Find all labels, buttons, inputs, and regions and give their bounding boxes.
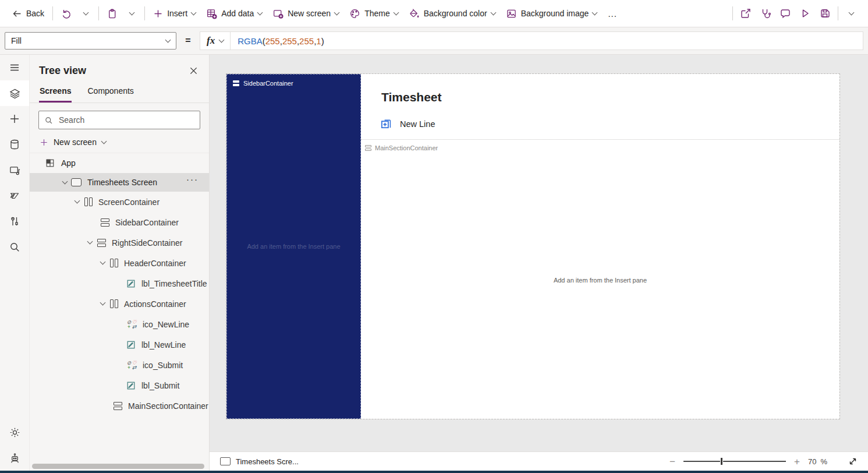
app-canvas[interactable]: SidebarContainer Add an item from the In… [226, 74, 839, 419]
timesheet-title-label[interactable]: Timesheet [381, 90, 442, 104]
app-checker-button[interactable] [756, 3, 775, 23]
status-screen-selector[interactable]: Timesheets Scre... [220, 457, 299, 466]
tree-item-lbl-submit[interactable]: lbl_Submit [30, 375, 209, 396]
zoom-out-button[interactable]: − [669, 457, 675, 467]
tree-item-lbl-timesheettitle[interactable]: lbl_TimesheetTitle [30, 273, 209, 294]
fx-dropdown[interactable]: fx [200, 32, 231, 50]
rail-item-settings[interactable] [0, 419, 29, 445]
label-icon [126, 381, 136, 390]
chevron-down-icon[interactable] [62, 178, 68, 184]
tree-item-app-label: App [61, 158, 76, 168]
chevron-down-icon[interactable] [100, 259, 106, 265]
save-dropdown[interactable] [841, 3, 861, 23]
new-line-action[interactable]: New Line [380, 117, 435, 130]
rail-item-power-automate[interactable] [0, 183, 29, 209]
fit-to-window-button[interactable] [848, 457, 858, 466]
icon-control-icon: ⊘♡+⇄ [126, 320, 137, 329]
tree-item-actionscontainer[interactable]: ActionsContainer [30, 294, 209, 314]
main-section-container-tag[interactable]: MainSectionContainer [365, 144, 438, 151]
zoom-slider-thumb[interactable] [720, 457, 723, 465]
chevron-down-icon[interactable] [75, 198, 80, 204]
background-image-button[interactable]: Background image [501, 3, 603, 23]
canvas-sidebar-container[interactable]: SidebarContainer Add an item from the In… [226, 74, 361, 419]
save-button[interactable] [815, 3, 835, 23]
comments-button[interactable] [775, 3, 795, 23]
formula-input[interactable]: RGBA(255, 255, 255, 1) [231, 32, 863, 50]
property-selector[interactable]: Fill [5, 32, 176, 50]
share-button[interactable] [736, 3, 756, 23]
new-screen-button[interactable]: New screen [267, 3, 344, 23]
tree-item-ico-newline[interactable]: ⊘♡+⇄ ico_NewLine [30, 314, 209, 334]
plus-icon [153, 9, 163, 19]
chevron-down-icon [219, 37, 225, 43]
rail-item-copilot-bot[interactable] [0, 445, 29, 471]
left-rail [0, 55, 29, 471]
tree-item-screencontainer[interactable]: ScreenContainer [30, 192, 209, 212]
formula-paren: ) [321, 36, 324, 46]
paste-dropdown[interactable] [122, 3, 141, 23]
vertical-container-icon [84, 197, 93, 206]
rail-item-data[interactable] [0, 132, 29, 157]
toolbar-overflow-button[interactable]: ... [602, 9, 623, 19]
rail-item-advanced-tools[interactable] [0, 209, 29, 234]
back-button[interactable]: Back [7, 3, 49, 23]
robot-icon [9, 452, 21, 464]
tree-item-headercontainer[interactable]: HeaderContainer [30, 253, 209, 273]
formula-area: fx RGBA(255, 255, 255, 1) [200, 31, 863, 50]
panel-title: Tree view [39, 65, 86, 77]
chevron-down-icon[interactable] [87, 239, 93, 245]
formula-bar: Fill = fx RGBA(255, 255, 255, 1) [0, 27, 868, 55]
chevron-down-icon [101, 138, 107, 144]
main-placeholder-text: Add an item from the Insert pane [361, 277, 839, 284]
new-screen-tree-button[interactable]: New screen [30, 134, 209, 153]
main-section-container-label: MainSectionContainer [375, 144, 438, 151]
preview-play-button[interactable] [795, 3, 815, 23]
search-input[interactable] [58, 115, 194, 125]
menu-hamburger-button[interactable] [0, 55, 29, 80]
zoom-unit: % [820, 457, 827, 466]
new-line-label[interactable]: New Line [400, 119, 435, 129]
background-color-button[interactable]: Background color [403, 3, 501, 23]
label-icon [126, 340, 136, 350]
undo-button[interactable] [56, 3, 76, 23]
tree-panel-horizontal-scrollbar[interactable] [32, 464, 204, 469]
tree-item-ico-submit[interactable]: ⊘♡+⇄ ico_Submit [30, 355, 209, 375]
comment-icon [780, 8, 791, 19]
close-panel-button[interactable] [187, 64, 200, 77]
undo-dropdown[interactable] [76, 3, 95, 23]
back-label: Back [26, 9, 44, 18]
add-data-button[interactable]: Add data [201, 3, 267, 23]
tree-item-timesheets-screen[interactable]: Timesheets Screen ··· [30, 173, 209, 192]
tree-item-label: MainSectionContainer [128, 401, 208, 411]
tree-item-app[interactable]: App [30, 153, 209, 173]
expand-diagonal-icon [848, 457, 858, 466]
search-icon [9, 241, 20, 253]
tree-item-label: ico_NewLine [143, 320, 189, 329]
tree-item-mainsectioncontainer[interactable]: MainSectionContainer [30, 396, 209, 416]
canvas-rightside-container: Timesheet New Line MainSectionContainer … [361, 74, 839, 419]
status-screen-label: Timesheets Scre... [236, 457, 299, 466]
rail-item-search[interactable] [0, 234, 29, 260]
insert-button[interactable]: Insert [148, 3, 201, 23]
rail-item-tree-view[interactable] [0, 80, 29, 106]
toolbar-left-group: Back Insert Add data New screen [7, 3, 623, 23]
horizontal-container-icon [233, 80, 239, 86]
tree-item-sidebarcontainer[interactable]: SidebarContainer [30, 212, 209, 232]
tree-item-rightsidecontainer[interactable]: RightSideContainer [30, 232, 209, 253]
tab-screens[interactable]: Screens [39, 83, 72, 103]
tree-search-box [38, 111, 200, 129]
tab-components[interactable]: Components [87, 83, 134, 103]
chevron-down-icon[interactable] [100, 300, 106, 306]
zoom-in-button[interactable]: + [794, 457, 800, 467]
canvas-header-container[interactable]: Timesheet New Line [361, 74, 839, 140]
more-actions-button[interactable]: ··· [186, 174, 199, 184]
zoom-slider[interactable] [683, 461, 786, 462]
background-image-label: Background image [521, 9, 589, 18]
rail-item-media[interactable] [0, 157, 29, 183]
tree-item-lbl-newline[interactable]: lbl_NewLine [30, 334, 209, 355]
theme-button[interactable]: Theme [344, 3, 403, 23]
paste-button[interactable] [102, 3, 122, 23]
add-data-icon [206, 8, 217, 19]
rail-item-insert[interactable] [0, 106, 29, 132]
formula-function: RGBA [238, 36, 263, 46]
